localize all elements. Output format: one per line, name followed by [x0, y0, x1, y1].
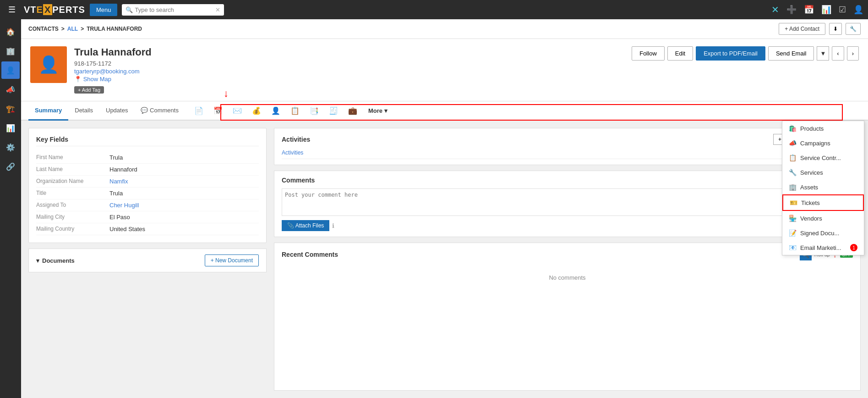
field-value-orgname[interactable]: Namfix [109, 178, 128, 185]
add-tag-button[interactable]: + Add Tag [74, 86, 104, 94]
no-comments-label: No comments [282, 265, 853, 290]
recent-comments-title: Recent Comments [282, 251, 338, 258]
send-email-button[interactable]: Send Email [768, 46, 814, 61]
recent-comments-header: Recent Comments 🔍 Roll up ❓ OFF [282, 249, 853, 260]
field-row-assignedto: Assigned To Cher Hugill [36, 199, 259, 211]
tab-summary[interactable]: Summary [28, 101, 68, 121]
toolbar-briefcase-icon[interactable]: 💼 [344, 103, 362, 119]
follow-button[interactable]: Follow [632, 46, 665, 61]
field-value-firstname: Trula [109, 154, 123, 161]
prev-button[interactable]: ‹ [832, 46, 844, 61]
breadcrumb-module: CONTACTS [28, 26, 59, 32]
sidebar-item-org[interactable]: 🏢 [1, 42, 20, 60]
vendors-icon: 🏪 [789, 215, 797, 222]
xperts-icon[interactable]: ✕ [771, 4, 779, 15]
toolbar-mail-icon[interactable]: ✉️ [228, 103, 246, 119]
add-contact-button[interactable]: + Add Contact [779, 23, 825, 35]
clear-search-icon[interactable]: ✕ [215, 6, 220, 13]
top-nav-icons: ✕ ➕ 📅 📊 ☑ 👤 [771, 4, 863, 15]
content-body: Key Fields First Name Trula Last Name Ha… [21, 121, 868, 398]
comment-actions: 📎 Attach Files ℹ Post [282, 220, 853, 231]
edit-button[interactable]: Edit [667, 46, 693, 61]
right-panel: Activities + Add Task + Add Event Activi… [274, 128, 861, 391]
dropdown-item-services[interactable]: 🔧 Services [782, 165, 864, 180]
email-marketi-icon: 📧 [789, 244, 797, 251]
sidebar-item-home[interactable]: 🏠 [1, 23, 20, 40]
sidebar-item-integrations[interactable]: 🔗 [1, 158, 20, 175]
user-nav-icon[interactable]: 👤 [853, 5, 863, 15]
info-icon: ℹ [332, 222, 334, 229]
contact-email[interactable]: tgarteryrp@booking.com [74, 68, 152, 75]
hamburger-menu[interactable]: ☰ [5, 3, 19, 17]
export-button[interactable]: Export to PDF/Email [696, 46, 765, 61]
next-button[interactable]: › [847, 46, 859, 61]
sidebar-item-buildings[interactable]: 🏗️ [1, 100, 20, 117]
field-label-assignedto: Assigned To [36, 202, 109, 208]
menu-button[interactable]: Menu [90, 4, 118, 16]
email-marketi-label: Email Marketi... [800, 244, 841, 251]
toolbar-contact2-icon[interactable]: 👤 [267, 103, 285, 119]
sidebar-item-reports[interactable]: 📊 [1, 119, 20, 137]
field-value-mailingcountry: United States [109, 226, 145, 232]
dropdown-item-signed-docu[interactable]: 📝 Signed Docu... [782, 226, 864, 240]
sidebar-item-contacts[interactable]: 👤 [1, 61, 20, 79]
more-dropdown-menu: 🛍️ Products 📣 Campaigns 📋 Service Contr.… [782, 121, 864, 255]
dropdown-item-service-contr[interactable]: 📋 Service Contr... [782, 150, 864, 165]
activities-header: Activities + Add Task + Add Event [282, 134, 853, 145]
activities-filter-tabs: Activities [282, 149, 853, 159]
assets-label: Assets [800, 184, 818, 191]
field-label-lastname: Last Name [36, 166, 109, 172]
search-bar: 🔍 ✕ [122, 4, 224, 16]
dropdown-item-campaigns[interactable]: 📣 Campaigns [782, 136, 864, 150]
toolbar-doc-icon[interactable]: 📄 [190, 103, 208, 119]
download-button[interactable]: ⬇ [829, 23, 842, 35]
chevron-down-icon: ▾ [36, 257, 39, 264]
contact-map-link[interactable]: 📍 Show Map [74, 76, 152, 83]
more-dropdown-button[interactable]: More ▾ [363, 104, 393, 118]
dropdown-item-email-marketi[interactable]: 📧 Email Marketi... 1 [782, 240, 864, 255]
attach-files-button[interactable]: 📎 Attach Files [282, 220, 329, 231]
field-value-lastname: Hannaford [109, 166, 137, 173]
map-pin-icon: 📍 [74, 76, 82, 83]
service-contr-icon: 📋 [789, 154, 797, 161]
main-layout: 🏠 🏢 👤 📣 🏗️ 📊 ⚙️ 🔗 CONTACTS > All > Trula… [0, 19, 868, 398]
dropdown-item-assets[interactable]: 🏢 Assets [782, 180, 864, 194]
toolbar-so-icon[interactable]: 📑 [305, 103, 323, 119]
comment-input[interactable] [282, 188, 853, 216]
breadcrumb-level1[interactable]: All [67, 26, 78, 32]
dropdown-item-tickets[interactable]: 🎫 Tickets [782, 194, 864, 211]
field-row-title: Title Trula [36, 188, 259, 199]
more-label: More [368, 107, 382, 114]
recent-comments-section: Recent Comments 🔍 Roll up ❓ OFF No comme… [274, 243, 861, 391]
field-value-assignedto[interactable]: Cher Hugill [109, 202, 139, 209]
toolbar-po-icon[interactable]: 📋 [286, 103, 304, 119]
toolbar-invoice-icon[interactable]: 🧾 [324, 103, 343, 119]
new-document-button[interactable]: + New Document [205, 254, 259, 266]
sidebar-item-settings[interactable]: ⚙️ [1, 138, 20, 156]
field-value-title: Trula [109, 190, 123, 197]
toolbar-money-icon[interactable]: 💰 [247, 103, 266, 119]
activities-filter-label[interactable]: Activities [282, 149, 303, 156]
dropdown-item-vendors[interactable]: 🏪 Vendors [782, 211, 864, 226]
left-sidebar: 🏠 🏢 👤 📣 🏗️ 📊 ⚙️ 🔗 [0, 19, 21, 398]
chart-icon[interactable]: 📊 [821, 5, 831, 15]
assets-icon: 🏢 [789, 183, 797, 191]
toolbar-calendar-icon[interactable]: 📅 [209, 103, 227, 119]
tab-details[interactable]: Details [68, 101, 99, 121]
wrench-button[interactable]: 🔧 [846, 23, 861, 35]
activities-section: Activities + Add Task + Add Event Activi… [274, 128, 861, 165]
tab-updates[interactable]: Updates [99, 101, 134, 121]
tabs-toolbar: ↓ Summary Details Updates 💬 Comments 📄 📅… [21, 101, 868, 121]
service-contr-label: Service Contr... [800, 155, 841, 161]
add-icon[interactable]: ➕ [786, 5, 797, 15]
field-row-mailingcity: Mailing City El Paso [36, 211, 259, 223]
tickets-label: Tickets [801, 199, 820, 206]
checkbox-icon[interactable]: ☑ [839, 5, 846, 15]
send-email-dropdown-icon[interactable]: ▼ [817, 46, 829, 61]
contact-phone: 918-175-1172 [74, 60, 152, 67]
calendar-nav-icon[interactable]: 📅 [804, 5, 814, 15]
sidebar-item-campaigns[interactable]: 📣 [1, 81, 20, 98]
dropdown-item-products[interactable]: 🛍️ Products [782, 121, 864, 136]
tab-comments[interactable]: 💬 Comments [134, 101, 185, 121]
search-input[interactable] [133, 4, 215, 16]
